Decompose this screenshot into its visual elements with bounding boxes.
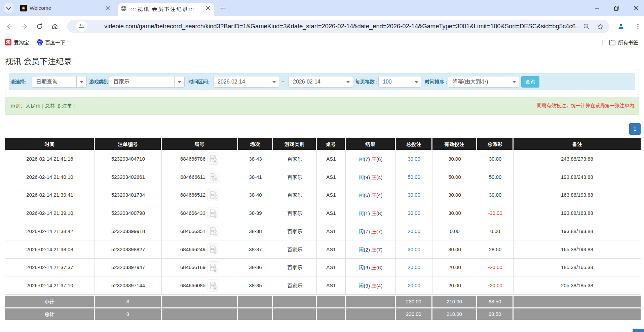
svg-text:du: du [39, 43, 41, 45]
